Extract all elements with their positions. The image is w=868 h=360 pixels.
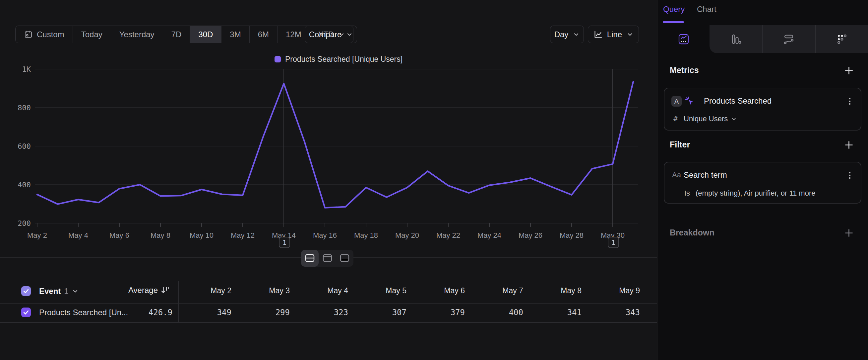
chevron-down-icon — [627, 31, 633, 38]
add-metric-button[interactable] — [842, 64, 856, 76]
range-today[interactable]: Today — [72, 26, 111, 43]
x-axis-label: May 10 — [190, 231, 214, 240]
active-tab-underline — [663, 21, 684, 23]
view-toggle — [301, 250, 353, 267]
query-sidebar: Query Chart — [657, 0, 868, 360]
date-column-header: May 4 — [290, 286, 348, 295]
chart-only-view-icon — [322, 254, 333, 263]
filter-value[interactable]: (empty string), Air purifier, or 11 more — [695, 189, 816, 198]
line-chart-icon — [593, 30, 602, 39]
date-column-header: May 5 — [348, 286, 406, 295]
filter-title: Search term — [684, 170, 727, 180]
x-axis-label: May 6 — [110, 231, 129, 240]
string-type-badge: Aa — [672, 171, 681, 179]
metric-measure-row: # Unique Users — [664, 113, 861, 126]
chart-canvas: 2004006008001KMay 2May 4May 6May 8May 10… — [0, 63, 657, 251]
filter-card[interactable]: Aa Search term Is (empty string), Air pu… — [664, 162, 861, 203]
date-cell-value: 349 — [173, 308, 231, 317]
legend-swatch — [275, 56, 281, 62]
table-header-border — [0, 303, 657, 304]
x-axis-label: May 2 — [27, 231, 47, 240]
number-symbol: # — [673, 115, 678, 123]
x-axis-label: May 16 — [313, 231, 337, 240]
event-column-header[interactable]: Event 1 — [39, 286, 79, 296]
kebab-menu-icon — [845, 171, 854, 180]
granularity-button[interactable]: Day — [550, 26, 584, 43]
range-30d[interactable]: 30D — [190, 26, 221, 43]
annotation-marker[interactable]: 1 — [608, 237, 619, 248]
tab-chart[interactable]: Chart — [697, 5, 716, 14]
chart-type-tab-insights[interactable] — [657, 25, 710, 53]
metric-title: Products Searched — [704, 96, 772, 106]
range-6m[interactable]: 6M — [249, 26, 277, 43]
chevron-down-icon — [346, 31, 353, 38]
toolbar: CustomTodayYesterday7D30D3M6M12MXTD Comp… — [0, 26, 657, 43]
range-3m[interactable]: 3M — [221, 26, 249, 43]
line-chart: 2004006008001KMay 2May 4May 6May 8May 10… — [0, 63, 657, 251]
measure-label: Unique Users — [684, 115, 728, 123]
event-label: Event — [39, 286, 61, 296]
table-row-average: 426.9 — [110, 308, 173, 317]
compare-button[interactable]: Compare — [305, 26, 357, 43]
add-breakdown-button[interactable] — [842, 227, 856, 239]
chevron-down-icon — [573, 31, 580, 38]
check-icon — [23, 309, 30, 316]
average-label: Average — [128, 286, 158, 295]
filter-card-row: Aa Search term — [664, 169, 861, 182]
date-cell-value: 343 — [582, 308, 640, 317]
range-7d[interactable]: 7D — [163, 26, 190, 43]
date-cell-value: 341 — [523, 308, 582, 317]
event-count: 1 — [64, 286, 68, 296]
chart-type-button[interactable]: Line — [588, 26, 639, 43]
plus-icon — [844, 66, 854, 75]
metric-card[interactable]: A Products Searched # Unique Users — [664, 88, 861, 131]
date-range-group: CustomTodayYesterday7D30D3M6M12MXTD — [15, 26, 353, 43]
date-column-header: May 6 — [406, 286, 465, 295]
annotation-marker[interactable]: 1 — [279, 237, 290, 248]
date-column-header: May 2 — [173, 286, 231, 295]
date-column-header: May 8 — [523, 286, 582, 295]
x-axis-label: May 18 — [354, 231, 378, 240]
insights-report-app: CustomTodayYesterday7D30D3M6M12MXTD Comp… — [0, 0, 868, 360]
y-axis-label: 800 — [18, 104, 31, 112]
legend-label: Products Searched [Unique Users] — [285, 55, 403, 64]
y-axis-label: 1K — [22, 65, 31, 74]
insights-line-chart-icon — [678, 33, 689, 45]
x-axis-label: May 26 — [519, 231, 542, 240]
event-cursor-icon — [684, 95, 695, 107]
table-only-view-button[interactable] — [336, 250, 353, 267]
chart-type-tab-retention[interactable] — [815, 25, 868, 53]
chart-type-label: Line — [607, 30, 622, 39]
range-yesterday[interactable]: Yesterday — [111, 26, 163, 43]
series-line[interactable] — [37, 82, 633, 208]
metric-options-button[interactable] — [843, 95, 856, 108]
chart-only-view-button[interactable] — [319, 250, 336, 267]
granularity-label: Day — [554, 30, 568, 39]
flow-sankey-icon — [783, 33, 795, 45]
chart-type-tab-bar[interactable] — [710, 25, 762, 53]
calendar-icon — [24, 30, 33, 39]
tab-query[interactable]: Query — [663, 5, 685, 14]
row-checkbox[interactable] — [21, 307, 31, 317]
measure-dropdown[interactable]: Unique Users — [684, 115, 737, 123]
x-axis-label: May 22 — [436, 231, 460, 240]
x-axis-label: May 20 — [395, 231, 419, 240]
select-all-checkbox[interactable] — [21, 286, 31, 296]
x-axis-label: May 28 — [560, 231, 584, 240]
table-only-view-icon — [340, 254, 350, 263]
add-filter-button[interactable] — [842, 139, 856, 151]
check-icon — [23, 287, 30, 295]
filter-operator[interactable]: Is — [684, 189, 690, 198]
table-row-border — [0, 322, 657, 323]
sort-descending-icon[interactable] — [160, 286, 170, 295]
filter-options-button[interactable] — [843, 169, 856, 182]
x-axis-label: May 8 — [151, 231, 170, 240]
metric-letter-badge: A — [672, 96, 682, 107]
range-custom[interactable]: Custom — [16, 26, 72, 43]
chart-type-tab-flow[interactable] — [762, 25, 815, 53]
metrics-header: Metrics — [670, 65, 699, 75]
x-axis-label: May 24 — [477, 231, 501, 240]
chevron-down-icon — [72, 288, 79, 295]
filter-condition-row: Is (empty string), Air purifier, or 11 m… — [664, 187, 861, 200]
split-view-button[interactable] — [301, 250, 319, 267]
